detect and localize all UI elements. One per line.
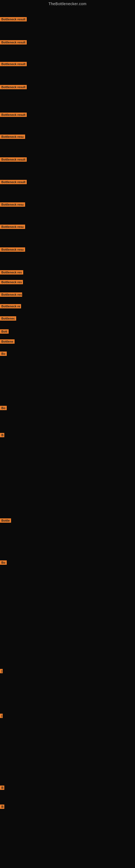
bottleneck-badge: Bottleneck result bbox=[0, 180, 27, 184]
bottleneck-badge: Bottleneck result bbox=[0, 157, 27, 162]
bottleneck-badge: Bottleneck res bbox=[0, 280, 23, 284]
bottleneck-badge: Bottleneck res bbox=[0, 270, 23, 275]
bottleneck-badge: Bottleneck result bbox=[0, 17, 27, 22]
bottleneck-badge: Bo bbox=[0, 406, 7, 410]
bottleneck-badge: Bottleneck resu bbox=[0, 134, 25, 139]
bottleneck-badge: | bbox=[0, 714, 3, 718]
bottleneck-badge: Bo bbox=[0, 560, 7, 565]
bottleneck-badge: Bo bbox=[0, 351, 7, 356]
bottleneck-badge: B bbox=[0, 433, 4, 437]
bottleneck-badge: Bottleneck re bbox=[0, 304, 21, 308]
bottleneck-badge: Bottle bbox=[0, 518, 11, 523]
bottleneck-badge: Bottleneck result bbox=[0, 62, 27, 66]
bottleneck-badge: Bottleneck resu bbox=[0, 247, 25, 252]
site-title: TheBottlenecker.com bbox=[0, 0, 135, 7]
bottleneck-badge: Bott bbox=[0, 329, 9, 334]
bottleneck-badge: B bbox=[0, 805, 4, 809]
bottleneck-badge: Bottleneck result bbox=[0, 85, 27, 89]
bottleneck-badge: Bottleneck res bbox=[0, 292, 22, 297]
bottleneck-badge: Bottlenec bbox=[0, 316, 16, 321]
bottleneck-badge: Bottleneck resu bbox=[0, 203, 25, 207]
bottleneck-badge: Bottleneck result bbox=[0, 40, 27, 44]
bottleneck-badge: Bottleneck result bbox=[0, 113, 27, 117]
bottleneck-badge: Bottlene bbox=[0, 339, 14, 344]
bottleneck-badge: | bbox=[0, 669, 3, 673]
bottleneck-badge: Bottleneck resu bbox=[0, 225, 25, 229]
bottleneck-badge: B bbox=[0, 785, 4, 790]
